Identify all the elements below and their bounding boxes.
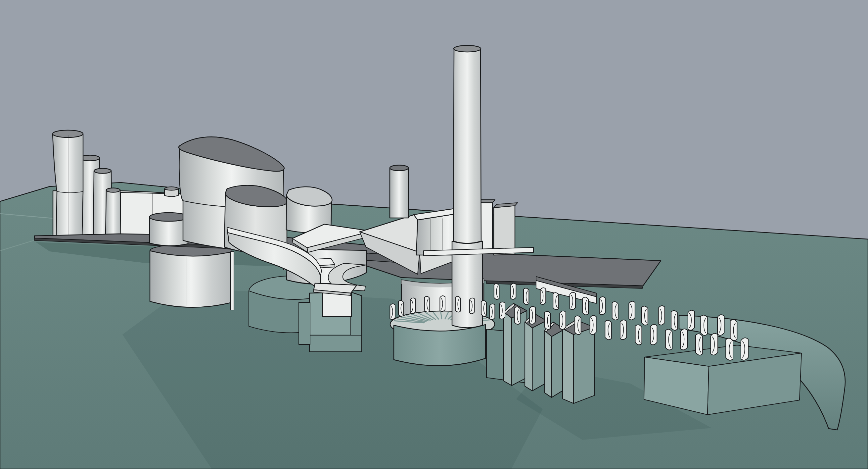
pavilion-skirt[interactable] bbox=[309, 335, 362, 352]
pavilion-step[interactable] bbox=[299, 302, 310, 345]
shell-element[interactable] bbox=[570, 292, 576, 310]
cylinder-tower-1[interactable] bbox=[53, 132, 83, 237]
prism-face[interactable] bbox=[563, 328, 574, 403]
drum-body[interactable] bbox=[150, 251, 232, 307]
shell-element[interactable] bbox=[620, 320, 627, 340]
wall-fin[interactable] bbox=[164, 189, 178, 197]
shell-element[interactable] bbox=[398, 300, 404, 316]
shell-element[interactable] bbox=[711, 333, 718, 355]
shell-element[interactable] bbox=[730, 320, 737, 341]
shell-element[interactable] bbox=[410, 298, 415, 314]
prism-side[interactable] bbox=[574, 327, 594, 403]
thin-fin[interactable] bbox=[231, 252, 234, 310]
shell-element[interactable] bbox=[642, 306, 648, 325]
shell-element[interactable] bbox=[671, 311, 677, 330]
prism-pavilion-3[interactable] bbox=[545, 322, 564, 398]
shell-element[interactable] bbox=[658, 306, 665, 325]
podium-drum[interactable] bbox=[150, 213, 188, 246]
shell-element[interactable] bbox=[717, 315, 724, 335]
shell-element[interactable] bbox=[510, 283, 516, 299]
prism-face[interactable] bbox=[525, 322, 532, 391]
shell-element[interactable] bbox=[440, 296, 445, 312]
shell-element[interactable] bbox=[470, 298, 475, 314]
small-tower-top bbox=[390, 165, 408, 171]
shell-element[interactable] bbox=[650, 324, 657, 345]
shell-element[interactable] bbox=[741, 338, 748, 360]
cylinder-tower-4[interactable] bbox=[105, 189, 121, 236]
shell-element[interactable] bbox=[425, 296, 430, 312]
shell-element[interactable] bbox=[490, 304, 495, 320]
shell-element[interactable] bbox=[726, 338, 733, 360]
under-plate-drum[interactable] bbox=[150, 244, 234, 310]
shell-element[interactable] bbox=[481, 300, 487, 316]
small-tower[interactable] bbox=[390, 165, 408, 218]
shell-element[interactable] bbox=[701, 315, 707, 335]
shell-element[interactable] bbox=[599, 297, 605, 315]
3d-viewport[interactable] bbox=[0, 0, 868, 469]
shell-element[interactable] bbox=[582, 297, 588, 315]
shell-element[interactable] bbox=[494, 284, 499, 300]
shell-element[interactable] bbox=[553, 293, 559, 310]
cylinder-tower-1-top bbox=[53, 130, 83, 138]
chimney-shaft[interactable] bbox=[453, 49, 481, 243]
shell-element[interactable] bbox=[590, 315, 596, 334]
shell-element[interactable] bbox=[529, 306, 535, 324]
shell-element[interactable] bbox=[665, 329, 673, 350]
shell-element[interactable] bbox=[455, 296, 461, 312]
shell-element[interactable] bbox=[575, 316, 581, 335]
shell-element[interactable] bbox=[688, 310, 694, 330]
shell-element[interactable] bbox=[605, 320, 611, 340]
scene-canvas[interactable] bbox=[0, 0, 868, 469]
cylinder-tower-3-top bbox=[94, 169, 111, 174]
prism-face[interactable] bbox=[504, 312, 512, 385]
pavilion-base-side[interactable] bbox=[351, 292, 362, 336]
cylinder-tower-4-top bbox=[106, 188, 120, 193]
podium-drum-top bbox=[150, 213, 188, 221]
shell-element[interactable] bbox=[515, 307, 520, 324]
chimney-stack[interactable] bbox=[452, 46, 483, 328]
shell-element[interactable] bbox=[680, 329, 687, 350]
shell-element[interactable] bbox=[499, 302, 505, 319]
slab-tower-2[interactable] bbox=[494, 206, 515, 255]
shell-element[interactable] bbox=[540, 288, 546, 305]
small-tower-body[interactable] bbox=[390, 167, 408, 218]
shell-element[interactable] bbox=[612, 302, 618, 320]
prism-face[interactable] bbox=[545, 330, 552, 398]
massing-model-scene bbox=[0, 0, 868, 469]
shell-element[interactable] bbox=[560, 311, 565, 329]
shell-element[interactable] bbox=[545, 311, 551, 329]
rotunda-teal-drum[interactable] bbox=[394, 325, 486, 366]
chimney-top bbox=[454, 46, 481, 52]
prism-side[interactable] bbox=[532, 321, 547, 391]
shell-element[interactable] bbox=[524, 288, 529, 305]
shell-element[interactable] bbox=[636, 325, 642, 345]
shell-element[interactable] bbox=[390, 304, 395, 320]
shell-element[interactable] bbox=[695, 334, 703, 355]
shell-element[interactable] bbox=[629, 301, 635, 320]
prism-pavilion-2[interactable] bbox=[525, 313, 546, 391]
